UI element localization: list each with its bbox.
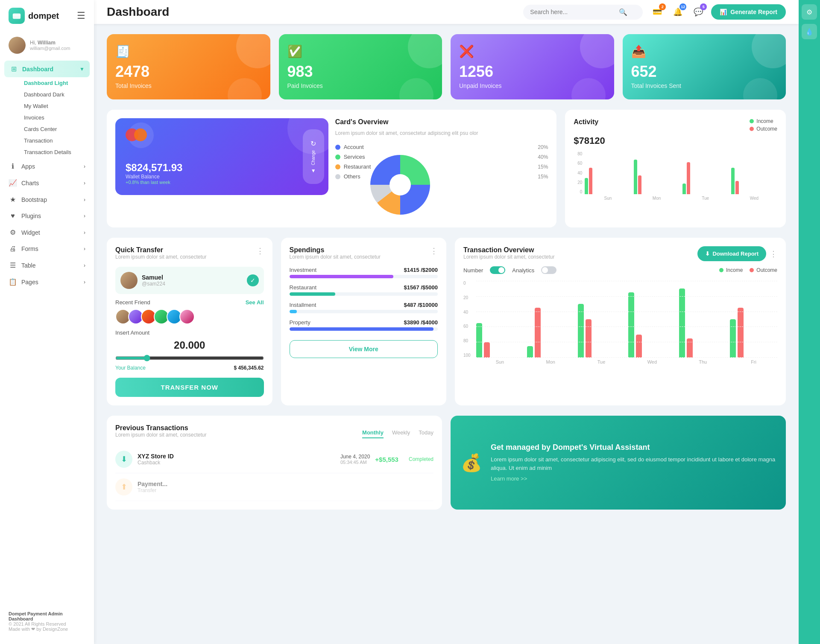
- bottom-content: Previous Transactions Lorem ipsum dolor …: [107, 416, 786, 510]
- tab-today[interactable]: Today: [419, 429, 433, 438]
- spending-property-bar: [290, 327, 433, 331]
- see-all-link[interactable]: See All: [246, 299, 264, 306]
- big-bar-outcome-wed: [636, 335, 642, 358]
- sidebar-item-table[interactable]: ☰ Table ›: [0, 257, 94, 274]
- spendings-title: Spendings: [290, 246, 381, 254]
- subnav-transaction[interactable]: Transaction: [17, 135, 94, 146]
- bootstrap-icon: ★: [9, 195, 17, 204]
- settings-icon: ⚙: [806, 8, 812, 16]
- wallet-card: $824,571.93 Wallet Balance +0.8% than la…: [115, 118, 328, 195]
- spendings-menu-icon[interactable]: ⋮: [430, 246, 438, 256]
- balance-label: Your Balance: [115, 365, 146, 371]
- sidebar-item-charts[interactable]: 📈 Charts ›: [0, 175, 94, 191]
- bar-group-sun: [585, 168, 631, 194]
- download-label: Download Report: [712, 251, 758, 257]
- income-dot: [750, 119, 754, 123]
- messages-icon-btn[interactable]: 💬 5: [691, 4, 706, 20]
- transfer-avatar: [120, 272, 138, 289]
- spending-installment-label: Installment: [290, 302, 316, 308]
- subnav-transaction-details[interactable]: Transaction Details: [17, 146, 94, 158]
- stat-card-total-invoices: 🧾 2478 Total Invoices: [107, 34, 270, 99]
- wallet-icon-btn[interactable]: 💳 2: [650, 4, 665, 20]
- svg-rect-0: [13, 14, 20, 19]
- txn-row-name: XYZ Store ID: [138, 453, 335, 460]
- notifications-icon-btn[interactable]: 🔔 12: [670, 4, 685, 20]
- sidebar-item-dashboard[interactable]: ⊞ Dashboard ▼: [4, 61, 90, 77]
- amount-slider[interactable]: [115, 355, 264, 361]
- big-bar-group-wed: [628, 292, 676, 358]
- chevron-right-icon-2: ›: [84, 180, 85, 186]
- sidebar-item-forms[interactable]: 🖨 Forms ›: [0, 241, 94, 257]
- right-sidebar-theme-btn[interactable]: 💧: [802, 24, 817, 39]
- search-input[interactable]: [530, 9, 615, 15]
- spending-property-amount: $3890 /$4000: [404, 319, 438, 326]
- bar-income-wed: [731, 168, 735, 194]
- subnav-dashboard-light[interactable]: Dashboard Light: [17, 77, 94, 89]
- txn-title-group: Transaction Overview Lorem ipsum dolor s…: [463, 246, 554, 260]
- view-more-label: View More: [349, 346, 378, 353]
- analytics-toggle[interactable]: [541, 266, 556, 274]
- x-axis-labels: Sun Mon Tue Wed Thu Fri: [463, 359, 777, 364]
- big-bar-group-fri: [730, 308, 777, 358]
- bar-income-sun: [585, 178, 588, 194]
- y-axis: 100 80 60 40 20 0: [463, 281, 471, 358]
- avatar-image: [9, 37, 26, 54]
- txn-outcome-dot: [750, 268, 754, 272]
- txn-menu-icon[interactable]: ⋮: [770, 249, 777, 259]
- download-report-button[interactable]: ⬇ Download Report: [697, 246, 766, 261]
- droplet-icon: 💧: [805, 28, 814, 36]
- transfer-user-name: Samuel: [142, 274, 165, 281]
- total-invoices-label: Total Invoices: [115, 82, 262, 89]
- generate-report-button[interactable]: 📊 Generate Report: [711, 4, 786, 20]
- footer-copyright: © 2021 All Rights Reserved: [9, 621, 85, 627]
- hamburger-icon[interactable]: ☰: [77, 10, 85, 21]
- spending-investment-label: Investment: [290, 267, 317, 273]
- number-toggle[interactable]: [490, 266, 505, 274]
- va-content: Get managed by Dompet's Virtual Assistan…: [491, 443, 776, 482]
- wallet-label: Wallet Balance: [126, 174, 318, 180]
- quick-transfer-title: Quick Transfer: [115, 246, 206, 254]
- bar-label-wed: Wed: [731, 196, 777, 201]
- right-sidebar-settings-btn[interactable]: ⚙: [802, 4, 817, 20]
- spendings-header: Spendings Lorem ipsum dolor sit amet, co…: [290, 246, 438, 265]
- page-title: Dashboard: [107, 5, 516, 19]
- transfer-user: Samuel @sam224 ✓: [115, 267, 264, 294]
- content-area: 🧾 2478 Total Invoices ✅ 983 Paid Invoice…: [94, 24, 799, 644]
- tab-monthly[interactable]: Monthly: [362, 429, 384, 438]
- txn-outcome-label: Outcome: [756, 267, 777, 273]
- subnav-cards-center[interactable]: Cards Center: [17, 123, 94, 135]
- prev-txn-title-group: Previous Transactions Lorem ipsum dolor …: [115, 424, 206, 443]
- sidebar-item-widget[interactable]: ⚙ Widget ›: [0, 224, 94, 241]
- friend-avatar-6[interactable]: [179, 309, 195, 324]
- transfer-now-button[interactable]: TRANSFER NOW: [115, 378, 264, 397]
- bar-labels: Sun Mon Tue Wed: [585, 196, 777, 201]
- va-learn-more-link[interactable]: Learn more >>: [491, 475, 527, 482]
- change-button[interactable]: ↻ Change ▼: [303, 129, 324, 184]
- big-bar-outcome-mon: [535, 308, 541, 358]
- outcome-legend: Outcome: [750, 126, 777, 132]
- big-bar-outcome-fri: [738, 308, 744, 358]
- forms-icon: 🖨: [9, 245, 17, 253]
- sidebar-item-bootstrap[interactable]: ★ Bootstrap ›: [0, 191, 94, 208]
- big-bar-income-tue: [578, 304, 584, 358]
- big-bar-income-sun: [476, 323, 482, 358]
- x-label-thu: Thu: [679, 359, 726, 364]
- sidebar-label-forms: Forms: [21, 245, 38, 252]
- user-info: Hi, William william@gmail.com: [30, 40, 70, 51]
- view-more-button[interactable]: View More: [290, 340, 438, 358]
- prev-txn-tabs: Monthly Weekly Today: [362, 429, 433, 438]
- bar-group-tue: [682, 162, 729, 194]
- subnav-dashboard-dark[interactable]: Dashboard Dark: [17, 89, 94, 100]
- sidebar-item-apps[interactable]: ℹ Apps ›: [0, 158, 94, 175]
- subnav-invoices[interactable]: Invoices: [17, 112, 94, 123]
- quick-transfer-menu-icon[interactable]: ⋮: [256, 246, 264, 256]
- txn-sub: Lorem ipsum dolor sit amet, consectetur: [463, 254, 554, 260]
- sidebar-item-plugins[interactable]: ♥ Plugins ›: [0, 208, 94, 224]
- wallet-badge: 2: [659, 3, 666, 10]
- bar-group-wed: [731, 168, 777, 194]
- tab-weekly[interactable]: Weekly: [392, 429, 410, 438]
- sidebar-label-charts: Charts: [21, 180, 39, 186]
- sidebar-item-pages[interactable]: 📋 Pages ›: [0, 274, 94, 290]
- subnav-my-wallet[interactable]: My Wallet: [17, 100, 94, 112]
- toggle-analytics-label: Analytics: [512, 267, 534, 274]
